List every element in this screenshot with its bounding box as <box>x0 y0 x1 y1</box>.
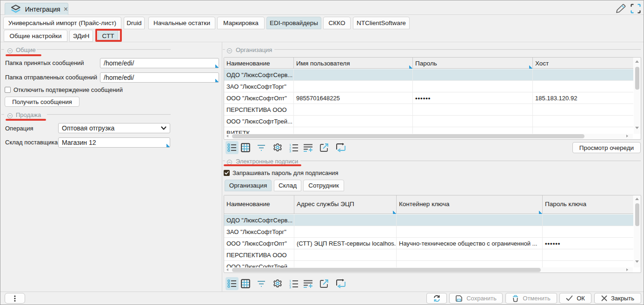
svg-text:3: 3 <box>289 286 291 288</box>
svg-text:3: 3 <box>289 149 291 152</box>
svg-text:1: 1 <box>289 279 291 283</box>
svg-text:1: 1 <box>289 143 291 147</box>
